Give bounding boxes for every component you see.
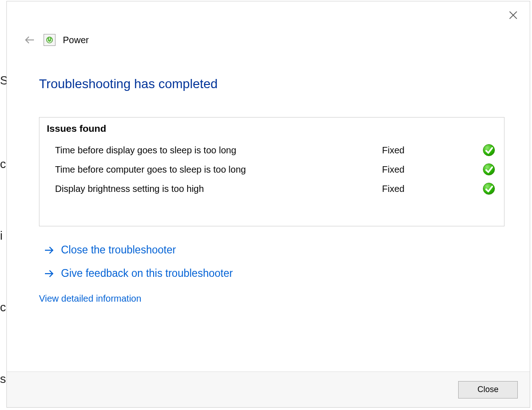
dialog-body: Troubleshooting has completed Issues fou… [39,77,504,304]
arrow-right-icon [44,268,55,279]
issue-status: Fixed [382,164,483,175]
issue-row: Time before computer goes to sleep is to… [47,160,497,179]
give-feedback-link[interactable]: Give feedback on this troubleshooter [39,262,233,285]
fixed-check-icon [483,144,495,156]
close-troubleshooter-link[interactable]: Close the troubleshooter [39,238,176,262]
issue-description: Display brightness setting is too high [55,184,382,194]
arrow-right-icon [44,245,55,256]
close-icon[interactable] [506,8,521,22]
back-arrow-icon[interactable] [23,34,36,46]
issue-status: Fixed [382,184,483,194]
issue-row: Time before display goes to sleep is too… [47,140,497,160]
action-links: Close the troubleshooter Give feedback o… [39,238,504,285]
close-troubleshooter-label: Close the troubleshooter [61,244,176,256]
close-button[interactable]: Close [458,381,518,399]
svg-rect-4 [49,38,50,40]
issue-row: Display brightness setting is too high F… [47,179,497,198]
give-feedback-label: Give feedback on this troubleshooter [61,267,233,280]
power-troubleshooter-icon [44,34,55,46]
issues-panel: Issues found Time before display goes to… [39,117,504,226]
issues-found-heading: Issues found [47,123,497,134]
troubleshooter-dialog: Power Troubleshooting has completed Issu… [6,1,530,408]
fixed-check-icon [483,163,495,175]
fixed-check-icon [483,183,495,195]
dialog-footer: Close [7,371,530,407]
issue-status: Fixed [382,145,483,156]
issue-description: Time before display goes to sleep is too… [55,145,382,156]
dialog-title: Power [63,35,89,45]
issue-description: Time before computer goes to sleep is to… [55,164,382,175]
dialog-header: Power [23,34,89,46]
view-detailed-info-link[interactable]: View detailed information [39,285,141,304]
completion-heading: Troubleshooting has completed [39,77,504,91]
